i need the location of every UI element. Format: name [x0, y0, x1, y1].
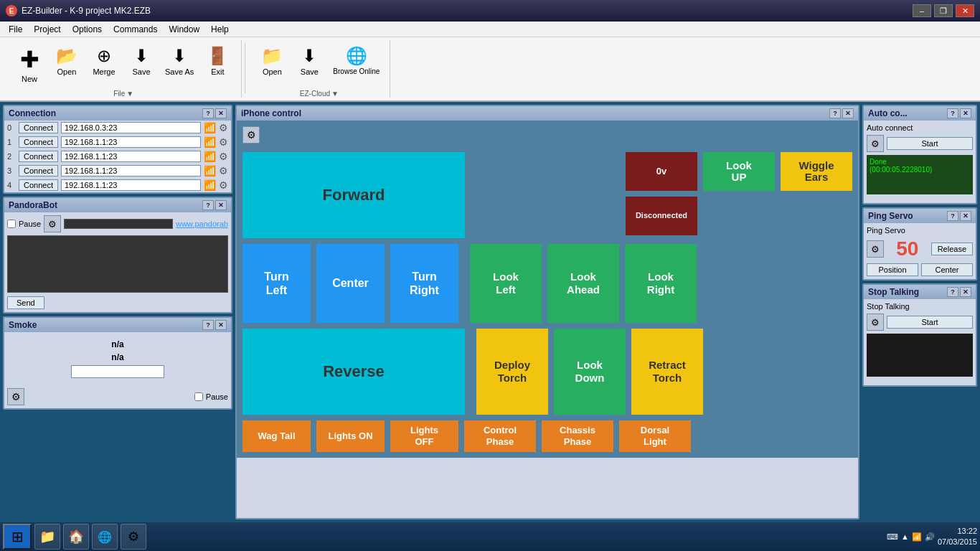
control-phase-button[interactable]: ControlPhase [464, 420, 536, 452]
pandora-help-button[interactable]: ? [202, 200, 214, 210]
ping-release-button[interactable]: Release [931, 242, 973, 255]
ip-input-4[interactable] [61, 179, 201, 191]
smoke-pause-checkbox[interactable] [194, 392, 203, 401]
pandora-gear-button[interactable]: ⚙ [44, 215, 61, 232]
pandora-send-button[interactable]: Send [7, 296, 44, 309]
reverse-button[interactable]: Reverse [242, 329, 465, 415]
menu-window[interactable]: Window [163, 23, 205, 36]
smoke-input[interactable] [71, 365, 164, 378]
wifi-icon-3: ⚙ [219, 165, 228, 176]
taskbar-home-button[interactable]: 🏠 [63, 524, 89, 550]
window-controls: – ❐ ✕ [913, 4, 974, 17]
menu-help[interactable]: Help [205, 23, 235, 36]
connect-btn-1[interactable]: Connect [19, 136, 58, 148]
ribbon-file-buttons: ✚ New 📂 Open ⊕ Merge ⬇ Save ⬇ Save As 🚪 [11, 40, 235, 88]
smoke-gear-button[interactable]: ⚙ [7, 388, 24, 405]
dorsal-light-button[interactable]: DorsalLight [619, 420, 691, 452]
lights-off-button[interactable]: LightsOFF [390, 420, 458, 452]
stop-close-button[interactable]: ✕ [960, 287, 971, 297]
auto-gear-button[interactable]: ⚙ [867, 135, 884, 152]
connect-btn-4[interactable]: Connect [19, 179, 58, 191]
menu-project[interactable]: Project [28, 23, 66, 36]
stop-scrollbar[interactable] [867, 377, 973, 382]
iphone-gear-button[interactable]: ⚙ [242, 126, 260, 143]
pandora-pause-checkbox[interactable] [7, 220, 16, 228]
smoke-help-button[interactable]: ? [202, 320, 214, 330]
turn-left-button[interactable]: TurnLeft [242, 244, 311, 323]
taskbar-settings-button[interactable]: ⚙ [121, 524, 146, 550]
stop-start-button[interactable]: Start [887, 316, 973, 329]
auto-start-button[interactable]: Start [887, 137, 973, 150]
wag-tail-button[interactable]: Wag Tail [242, 420, 311, 452]
iphone-close-button[interactable]: ✕ [842, 108, 854, 118]
deploy-torch-button[interactable]: DeployTorch [476, 329, 548, 415]
new-button[interactable]: ✚ New [11, 43, 47, 86]
look-right-button[interactable]: LookRight [625, 244, 697, 323]
ping-position-button[interactable]: Position [867, 263, 918, 276]
ip-input-0[interactable] [61, 122, 201, 133]
connection-header: Connection ? ✕ [4, 106, 231, 121]
stop-gear-button[interactable]: ⚙ [867, 314, 884, 331]
pandora-close-button[interactable]: ✕ [215, 200, 227, 210]
connect-btn-2[interactable]: Connect [19, 151, 58, 162]
ping-gear-button[interactable]: ⚙ [867, 240, 884, 258]
signal-icon-3: 📶 [204, 165, 216, 176]
connection-row-0: 0 Connect 📶 ⚙ [4, 121, 231, 135]
look-up-button[interactable]: LookUP [703, 152, 775, 191]
menu-commands[interactable]: Commands [108, 23, 163, 36]
pandora-controls: ? ✕ [202, 200, 227, 210]
auto-help-button[interactable]: ? [947, 108, 958, 118]
smoke-close-button[interactable]: ✕ [215, 320, 227, 330]
connect-btn-0[interactable]: Connect [19, 122, 58, 133]
save-button[interactable]: ⬇ Save [123, 43, 159, 79]
ping-center-button[interactable]: Center [921, 263, 973, 276]
look-down-button[interactable]: LookDown [554, 329, 626, 415]
taskbar-chrome-button[interactable]: 🌐 [92, 524, 118, 550]
menu-file[interactable]: File [3, 23, 28, 36]
ov-button[interactable]: 0v [626, 152, 697, 191]
forward-button[interactable]: Forward [242, 152, 465, 238]
ping-close-button[interactable]: ✕ [960, 211, 971, 221]
saveas-button[interactable]: ⬇ Save As [161, 43, 198, 79]
ip-input-1[interactable] [61, 136, 201, 148]
ip-input-2[interactable] [61, 151, 201, 162]
menu-options[interactable]: Options [67, 23, 108, 36]
cloud-save-button[interactable]: ⬇ Save [291, 43, 327, 79]
merge-icon: ⊕ [97, 46, 111, 66]
open-button[interactable]: 📂 Open [49, 43, 85, 79]
exit-button[interactable]: 🚪 Exit [199, 43, 235, 79]
browse-online-button[interactable]: 🌐 Browse Online [329, 43, 384, 78]
close-button[interactable]: ✕ [956, 4, 974, 17]
cloud-open-button[interactable]: 📁 Open [254, 43, 290, 79]
connection-close-button[interactable]: ✕ [215, 108, 227, 118]
save-icon: ⬇ [134, 46, 149, 66]
retract-torch-button[interactable]: RetractTorch [631, 329, 703, 415]
stop-help-button[interactable]: ? [947, 287, 958, 297]
exit-icon: 🚪 [207, 46, 228, 66]
iphone-help-button[interactable]: ? [829, 108, 841, 118]
restore-button[interactable]: ❐ [934, 4, 953, 17]
smoke-controls: ? ✕ [202, 320, 227, 330]
look-left-button[interactable]: LookLeft [470, 244, 542, 323]
start-button[interactable]: ⊞ [3, 524, 32, 550]
taskbar-folder-button[interactable]: 📁 [34, 524, 60, 550]
merge-button[interactable]: ⊕ Merge [86, 43, 122, 79]
connection-help-button[interactable]: ? [202, 108, 214, 118]
center-button[interactable]: Center [316, 244, 385, 323]
ping-servo-panel: Ping Servo ? ✕ Ping Servo ⚙ 50 Release P… [862, 207, 977, 281]
pandora-link[interactable]: www.pandorab [176, 220, 228, 228]
terminal-scrollbar[interactable] [867, 194, 973, 200]
turn-right-button[interactable]: TurnRight [390, 244, 458, 323]
signal-icon-0: 📶 [204, 122, 216, 133]
lights-on-button[interactable]: Lights ON [316, 420, 385, 452]
signal-icon-1: 📶 [204, 136, 216, 148]
disconnected-button[interactable]: Disconnected [626, 197, 697, 235]
connect-btn-3[interactable]: Connect [19, 165, 58, 176]
ping-help-button[interactable]: ? [947, 211, 958, 221]
ip-input-3[interactable] [61, 165, 201, 176]
look-ahead-button[interactable]: LookAhead [547, 244, 619, 323]
wiggle-ears-button[interactable]: WiggleEars [781, 152, 852, 191]
auto-close-button[interactable]: ✕ [960, 108, 971, 118]
chassis-phase-button[interactable]: ChassisPhase [542, 420, 613, 452]
minimize-button[interactable]: – [913, 4, 931, 17]
